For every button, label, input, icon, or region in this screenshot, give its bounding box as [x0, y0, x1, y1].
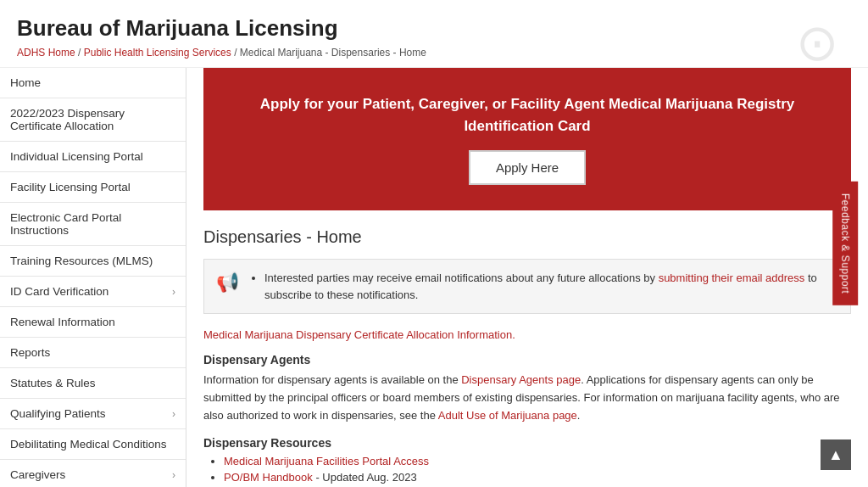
alert-text-before: Interested parties may receive email not… — [264, 271, 659, 284]
sidebar-item-statutes-rules[interactable]: Statutes & Rules — [0, 368, 186, 399]
chevron-icon-2: › — [172, 408, 175, 420]
feedback-label: Feedback & Support — [839, 193, 851, 294]
alert-text: Interested parties may receive email not… — [249, 270, 838, 303]
sidebar-item-dispensary-cert[interactable]: 2022/2023 Dispensary Certificate Allocat… — [0, 98, 186, 142]
page-heading: Bureau of Marijuana Licensing — [17, 15, 851, 42]
scroll-top-icon: ▲ — [828, 446, 843, 464]
breadcrumb-current: Medical Marijuana - Dispensaries - Home — [240, 47, 426, 59]
pobm-handbook-link[interactable]: PO/BM Handbook — [224, 471, 313, 484]
sidebar-item-electronic-card[interactable]: Electronic Card Portal Instructions — [0, 203, 186, 246]
breadcrumb-licensing[interactable]: Public Health Licensing Services — [84, 47, 231, 59]
sidebar-item-home[interactable]: Home — [0, 68, 186, 98]
adult-use-marijuana-link[interactable]: Adult Use of Marijuana page — [438, 409, 577, 422]
chevron-icon: › — [172, 286, 175, 298]
sidebar-item-debilitating-conditions[interactable]: Debilitating Medical Conditions — [0, 429, 186, 460]
sidebar-item-training-resources[interactable]: Training Resources (MLMS) — [0, 246, 186, 277]
list-item: Medical Marijuana Facilities Portal Acce… — [224, 455, 851, 467]
resources-list: Medical Marijuana Facilities Portal Acce… — [203, 455, 851, 484]
dispensary-agents-title: Dispensary Agents — [203, 353, 851, 367]
sidebar-item-id-card-verification[interactable]: ID Card Verification › — [0, 277, 186, 307]
dispensary-agents-text: Information for dispensary agents is ava… — [203, 372, 851, 424]
layout: Home 2022/2023 Dispensary Certificate Al… — [0, 68, 868, 487]
sidebar-item-reports[interactable]: Reports — [0, 338, 186, 368]
apply-here-button[interactable]: Apply Here — [469, 150, 586, 185]
sidebar-item-qualifying-patients[interactable]: Qualifying Patients › — [0, 399, 186, 429]
sidebar-item-caregivers[interactable]: Caregivers › — [0, 460, 186, 487]
breadcrumb: ADHS Home / Public Health Licensing Serv… — [17, 47, 851, 59]
sidebar-item-facility-licensing[interactable]: Facility Licensing Portal — [0, 172, 186, 203]
feedback-tab[interactable]: Feedback & Support — [832, 182, 858, 305]
resource-item-1-suffix: - Updated Aug. 2023 — [313, 471, 417, 484]
sidebar-item-renewal-info[interactable]: Renewal Information — [0, 307, 186, 338]
hero-title: Apply for your Patient, Caregiver, or Fa… — [237, 93, 817, 137]
page-title: Dispensaries - Home — [203, 227, 851, 247]
dispensary-resources-title: Dispensary Resources — [203, 436, 851, 450]
sidebar: Home 2022/2023 Dispensary Certificate Al… — [0, 68, 186, 487]
sidebar-item-individual-licensing[interactable]: Individual Licensing Portal — [0, 142, 186, 172]
alert-box: 📢 Interested parties may receive email n… — [203, 259, 851, 314]
agents-text-before: Information for dispensary agents is ava… — [203, 373, 461, 386]
facilities-portal-link[interactable]: Medical Marijuana Facilities Portal Acce… — [224, 455, 429, 467]
list-item: PO/BM Handbook - Updated Aug. 2023 — [224, 471, 851, 484]
dispensary-agents-page-link[interactable]: Dispensary Agents page — [461, 373, 581, 386]
breadcrumb-home[interactable]: ADHS Home — [17, 47, 75, 59]
allocation-info-link[interactable]: Medical Marijuana Dispensary Certificate… — [203, 328, 515, 341]
agents-text-after: . — [577, 409, 581, 422]
scroll-top-button[interactable]: ▲ — [821, 439, 851, 470]
header: ⊙ Bureau of Marijuana Licensing ADHS Hom… — [0, 0, 868, 68]
hero-banner: Apply for your Patient, Caregiver, or Fa… — [203, 68, 851, 210]
megaphone-icon: 📢 — [216, 271, 239, 294]
main-content: Apply for your Patient, Caregiver, or Fa… — [186, 68, 868, 487]
seal-watermark: ⊙ — [783, 8, 851, 76]
alert-link[interactable]: submitting their email address — [659, 271, 805, 284]
chevron-icon-3: › — [172, 469, 175, 481]
